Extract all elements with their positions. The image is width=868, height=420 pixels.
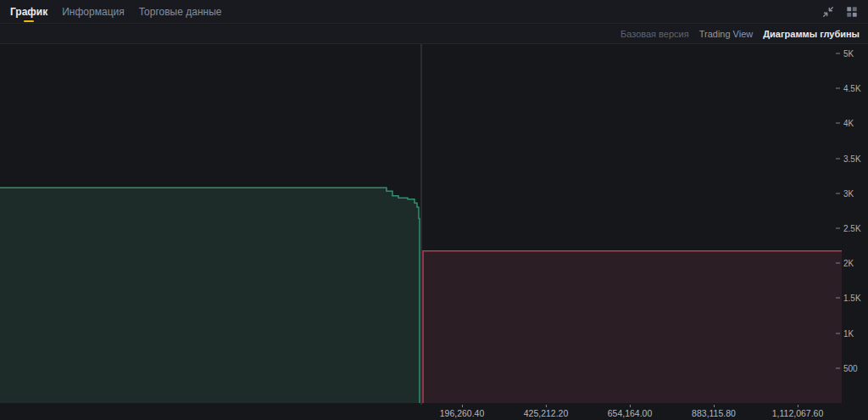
tab-information[interactable]: Информация [60,0,125,24]
y-axis-label: 3K [836,188,854,198]
y-axis-label: 5K [836,49,854,59]
y-axis-label: 2.5K [836,224,861,233]
asks-area [423,251,842,403]
y-axis-label: 4K [836,119,854,128]
tab-trading-data-label: Торговые данные [139,6,222,18]
tab-chart-label: График [10,6,47,18]
x-axis-tick [714,405,715,407]
view-mode-toolbar: Базовая версия Trading View Диаграммы гл… [0,25,868,44]
y-axis-label: 4.5K [836,84,861,93]
y-axis-tick [836,228,840,229]
y-axis-label: 500 [836,363,858,372]
tab-information-label: Информация [62,6,124,18]
y-axis-tick [836,53,840,54]
y-axis-tick [836,193,840,193]
y-axis-label: 3.5K [836,154,861,163]
x-axis-label: 425,212.20 [524,408,569,418]
collapse-icon[interactable] [822,6,834,18]
y-axis-tick [836,123,840,124]
view-option-depth[interactable]: Диаграммы глубины [763,29,860,39]
y-axis-label: 2K [836,259,854,268]
x-axis-label: 883,115.80 [692,408,736,418]
y-axis-tick [836,367,840,368]
y-axis-tick [836,263,840,264]
chart-area: 5K4.5K4K3.5K3K2.5K2K1.5K1K500 [0,44,868,405]
depth-chart-panel: График Информация Торговые данные [0,0,868,420]
x-axis: 196,260.40425,212.20654,164.00883,115.80… [0,405,868,420]
tab-trading-data[interactable]: Торговые данные [137,0,224,24]
y-axis-tick [836,333,840,333]
y-axis-label: 1K [836,328,854,338]
view-option-tradingview[interactable]: Trading View [699,29,754,39]
view-option-basic[interactable]: Базовая версия [620,29,689,39]
x-axis-label: 654,164.00 [608,408,653,418]
x-axis-tick [546,405,547,407]
x-axis-tick [630,405,631,407]
bids-area [0,188,420,403]
x-axis-tick [462,405,463,407]
y-axis-tick [836,158,840,159]
tab-bar: График Информация Торговые данные [0,0,868,24]
x-axis-label: 196,260.40 [440,408,485,418]
x-axis-tick [798,405,798,407]
tab-bar-icons [822,6,868,18]
y-axis-tick [836,88,840,89]
grid-layout-icon[interactable] [846,6,858,18]
tab-chart[interactable]: График [8,0,49,24]
active-tab-underline [24,20,34,22]
x-axis-label: 1,112,067.60 [772,408,824,418]
y-axis-tick [836,298,840,299]
depth-chart-svg[interactable] [0,44,842,405]
y-axis-label: 1.5K [836,294,861,303]
